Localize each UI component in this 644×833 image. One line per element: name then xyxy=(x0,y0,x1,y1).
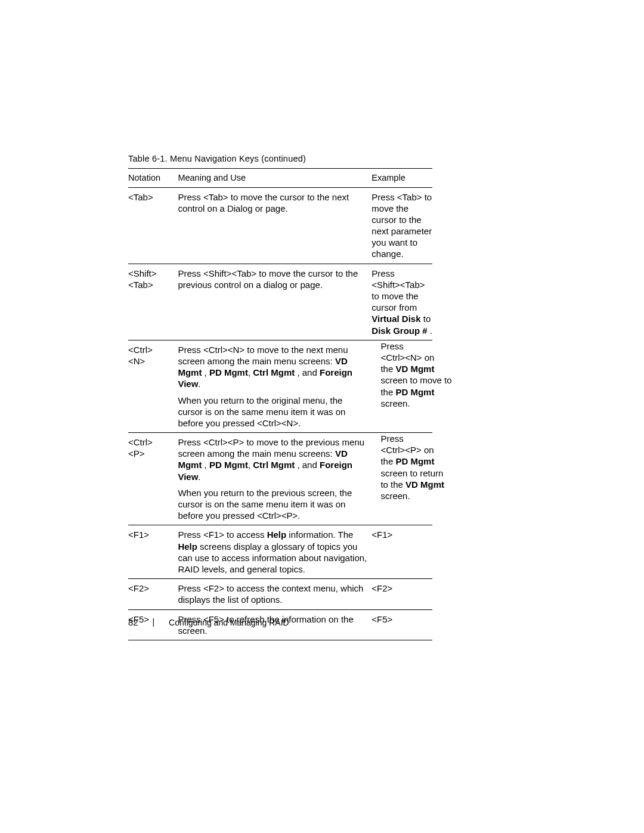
cell-example: Press <Shift><Tab> to move the cursor fr… xyxy=(371,264,432,340)
notation-line: <Ctrl> xyxy=(128,436,175,448)
text: the xyxy=(380,387,395,397)
table-row: <Ctrl> <P> Press <Ctrl><P> to move to th… xyxy=(128,433,432,525)
text: screens display a glossary of topics you… xyxy=(178,541,367,574)
col-header-example: Example xyxy=(371,169,432,188)
bold-text: Virtual Disk xyxy=(371,314,420,324)
text: , and xyxy=(295,460,320,470)
col-header-notation: Notation xyxy=(128,169,178,188)
text: Press <F1> to access xyxy=(178,529,267,540)
text: , xyxy=(248,367,253,377)
example-line: Press xyxy=(380,340,446,352)
cell-example: Press <Tab> to move the cursor to the ne… xyxy=(371,187,432,264)
cell-notation: <Ctrl> <N> xyxy=(128,340,178,432)
example-line: Virtual Disk to xyxy=(371,313,432,324)
cell-meaning: Press <F2> to access the context menu, w… xyxy=(178,579,371,609)
text: . xyxy=(428,326,432,336)
text: , xyxy=(202,367,209,377)
bold-text: PD Mgmt xyxy=(395,456,434,466)
bold-text: Help xyxy=(267,529,287,540)
col-header-meaning: Meaning and Use xyxy=(178,169,371,188)
cell-notation: <F1> xyxy=(128,525,178,579)
example-line: the PD Mgmt xyxy=(380,456,446,467)
meaning-para: When you return to the original menu, th… xyxy=(178,395,368,429)
footer-title: Configuring and Managing RAID xyxy=(169,618,289,627)
bold-text: PD Mgmt xyxy=(209,460,248,470)
cell-notation: <Tab> xyxy=(128,187,178,264)
cell-example: <F5> xyxy=(371,609,432,640)
footer-separator: | xyxy=(153,617,155,627)
cell-example: <F1> xyxy=(371,525,432,579)
meaning-para: Press <Ctrl><P> to move to the previous … xyxy=(178,436,368,482)
bold-text: Help xyxy=(178,541,197,552)
example-line: Disk Group # . xyxy=(371,325,432,336)
table-row: <F2> Press <F2> to access the context me… xyxy=(128,579,432,609)
table-row: <Tab> Press <Tab> to move the cursor to … xyxy=(128,187,432,264)
content-area: Table 6-1. Menu Navigation Keys (continu… xyxy=(128,154,432,640)
text: , and xyxy=(295,367,320,377)
example-line: cursor from xyxy=(371,302,432,313)
cell-meaning: Press <Shift><Tab> to move the cursor to… xyxy=(178,264,371,340)
cell-notation: <Shift> <Tab> xyxy=(128,264,178,340)
example-line: the VD Mgmt xyxy=(380,363,446,374)
example-line: screen. xyxy=(380,490,446,501)
bold-text: Disk Group # xyxy=(371,326,427,336)
cell-example-overflow: Press <Ctrl><P> on the PD Mgmt screen to… xyxy=(380,433,446,501)
page-footer: 82 | Configuring and Managing RAID xyxy=(128,617,289,627)
example-line: screen to return xyxy=(380,467,446,479)
bold-text: Ctrl Mgmt xyxy=(253,367,295,377)
bold-text: PD Mgmt xyxy=(395,387,434,397)
cell-meaning: Press <F1> to access Help information. T… xyxy=(178,525,371,579)
text: the xyxy=(380,456,395,466)
text: . xyxy=(198,472,200,482)
text: information. The xyxy=(286,529,353,540)
cell-meaning: Press <Ctrl><N> to move to the next menu… xyxy=(178,340,371,432)
table-row: <Ctrl> <N> Press <Ctrl><N> to move to th… xyxy=(128,340,432,432)
notation-line: <Ctrl> xyxy=(128,344,175,355)
bold-text: PD Mgmt xyxy=(209,367,248,377)
notation-line: <P> xyxy=(128,448,175,459)
cell-notation: <Ctrl> <P> xyxy=(128,433,178,525)
example-line: the PD Mgmt xyxy=(380,386,446,398)
bold-text: Ctrl Mgmt xyxy=(253,460,295,470)
notation-line: <Tab> xyxy=(128,279,175,290)
text: . xyxy=(198,379,200,389)
page: Table 6-1. Menu Navigation Keys (continu… xyxy=(0,0,644,833)
table-caption: Table 6-1. Menu Navigation Keys (continu… xyxy=(128,154,432,163)
cell-notation: <F2> xyxy=(128,579,178,609)
example-line: <Ctrl><N> on xyxy=(380,352,446,363)
table-row: <F1> Press <F1> to access Help informati… xyxy=(128,525,432,579)
notation-line: <Shift> xyxy=(128,268,175,279)
text: to the xyxy=(380,479,405,490)
example-line: screen. xyxy=(380,398,446,409)
text: the xyxy=(380,364,395,374)
example-line: <Ctrl><P> on xyxy=(380,444,446,456)
notation-line: <N> xyxy=(128,355,175,367)
cell-example: <F2> xyxy=(371,579,432,609)
table-header-row: Notation Meaning and Use Example xyxy=(128,169,432,188)
example-line: screen to move to xyxy=(380,374,446,386)
table-row: <Shift> <Tab> Press <Shift><Tab> to move… xyxy=(128,264,432,340)
nav-keys-table: Notation Meaning and Use Example <Tab> P… xyxy=(128,168,432,640)
bold-text: VD Mgmt xyxy=(395,364,434,374)
meaning-para: When you return to the previous screen, … xyxy=(178,487,368,522)
example-line: to the VD Mgmt xyxy=(380,479,446,490)
page-number: 82 xyxy=(128,617,138,627)
meaning-para: Press <Ctrl><N> to move to the next menu… xyxy=(178,344,368,390)
bold-text: VD Mgmt xyxy=(405,479,444,490)
example-line: <Shift><Tab> to move the xyxy=(371,279,432,302)
text: , xyxy=(248,460,253,470)
example-line: Press xyxy=(380,433,446,444)
example-line: Press xyxy=(371,268,432,279)
text: , xyxy=(202,460,209,470)
cell-meaning: Press <Ctrl><P> to move to the previous … xyxy=(178,433,371,525)
cell-meaning: Press <Tab> to move the cursor to the ne… xyxy=(178,187,371,264)
text: Press <Ctrl><N> to move to the next menu… xyxy=(178,345,348,366)
cell-example-overflow: Press <Ctrl><N> on the VD Mgmt screen to… xyxy=(380,340,446,409)
text: to xyxy=(421,314,431,324)
